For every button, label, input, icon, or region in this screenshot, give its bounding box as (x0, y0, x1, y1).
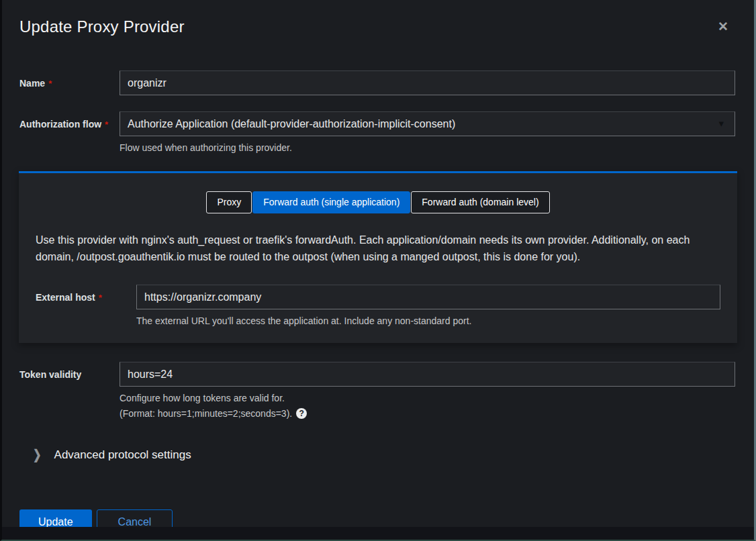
update-proxy-provider-modal: Update Proxy Provider ✕ Name* Authorizat… (2, 0, 754, 534)
external-host-input[interactable] (136, 285, 720, 309)
required-asterisk: * (99, 293, 102, 303)
modal-header: Update Proxy Provider ✕ (2, 0, 754, 36)
external-host-label: External host* (36, 292, 136, 303)
tab-forward-auth-single-application[interactable]: Forward auth (single application) (252, 191, 410, 213)
chevron-right-icon: ❯ (33, 447, 42, 462)
required-asterisk: * (105, 119, 108, 130)
required-asterisk: * (48, 79, 52, 89)
authorization-flow-selected-value: Authorize Application (default-provider-… (128, 118, 455, 130)
advanced-protocol-settings-label: Advanced protocol settings (54, 448, 191, 462)
close-icon[interactable]: ✕ (718, 20, 728, 33)
caret-down-icon: ▾ (718, 118, 724, 128)
tab-proxy[interactable]: Proxy (206, 191, 252, 213)
page-title: Update Proxy Provider (19, 17, 737, 36)
tab-forward-auth-domain-level[interactable]: Forward auth (domain level) (411, 191, 549, 213)
token-validity-input[interactable] (120, 362, 735, 387)
proxy-mode-toggle-group: Proxy Forward auth (single application) … (36, 191, 720, 213)
token-validity-help-line1: Configure how long tokens are valid for. (120, 393, 735, 403)
name-field-row: Name* (19, 70, 735, 95)
page-bottom-strip (2, 527, 754, 540)
external-host-help: The external URL you'll access the appli… (136, 315, 720, 326)
authorization-flow-label: Authorization flow* (19, 119, 120, 130)
provider-form: Name* Authorization flow* Authorize Appl… (2, 70, 754, 534)
name-input[interactable] (120, 70, 735, 95)
authorization-flow-row: Authorization flow* Authorize Applicatio… (19, 111, 735, 153)
advanced-protocol-settings-toggle[interactable]: ❯ Advanced protocol settings (19, 448, 191, 462)
token-validity-row: Token validity Configure how long tokens… (19, 362, 735, 419)
token-validity-label: Token validity (19, 369, 120, 380)
external-host-row: External host* The external URL you'll a… (36, 285, 720, 326)
forward-auth-description: Use this provider with nginx's auth_requ… (36, 232, 720, 265)
authorization-flow-select[interactable]: Authorize Application (default-provider-… (120, 111, 735, 136)
token-validity-help-line2: (Format: hours=1;minutes=2;seconds=3). ? (120, 408, 735, 419)
name-label: Name* (19, 78, 120, 89)
proxy-mode-card: Proxy Forward auth (single application) … (19, 171, 737, 343)
authorization-flow-help: Flow used when authorizing this provider… (120, 142, 735, 153)
question-circle-icon: ? (296, 408, 307, 419)
